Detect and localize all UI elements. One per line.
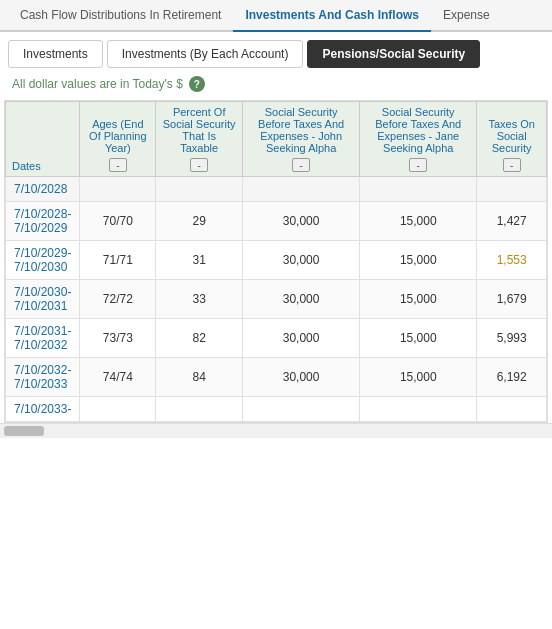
scroll-thumb[interactable]: [4, 426, 44, 436]
tab-investments-by-account[interactable]: Investments (By Each Account): [107, 40, 304, 68]
ages-collapse-btn[interactable]: -: [109, 158, 127, 172]
cell-ages: [80, 397, 156, 422]
cell-dates: 7/10/2030- 7/10/2031: [6, 280, 80, 319]
cell-percent: 31: [156, 241, 243, 280]
table-header-row: Dates Ages (End Of Planning Year) - ▼ Pe…: [6, 102, 547, 177]
col-header-ss-john: Social Security Before Taxes And Expense…: [243, 102, 360, 177]
cell-ages: 70/70: [80, 202, 156, 241]
cell-dates: 7/10/2028- 7/10/2029: [6, 202, 80, 241]
cell-ss-jane: 15,000: [360, 358, 477, 397]
tab-pensions[interactable]: Pensions/Social Security: [307, 40, 480, 68]
tab-expenses[interactable]: Expense: [431, 0, 502, 30]
cell-dates: 7/10/2029- 7/10/2030: [6, 241, 80, 280]
cell-dates: 7/10/2031- 7/10/2032: [6, 319, 80, 358]
cell-ages: 72/72: [80, 280, 156, 319]
cell-ss-john: [243, 177, 360, 202]
cell-ss-jane: 15,000: [360, 280, 477, 319]
tab-investments[interactable]: Investments And Cash Inflows: [233, 0, 431, 32]
cell-percent: [156, 177, 243, 202]
col-header-ss-jane: Social Security Before Taxes And Expense…: [360, 102, 477, 177]
ss-jane-collapse-btn[interactable]: -: [409, 158, 427, 172]
cell-taxes: 6,192: [477, 358, 547, 397]
col-header-ages: Ages (End Of Planning Year) -: [80, 102, 156, 177]
help-icon[interactable]: ?: [189, 76, 205, 92]
cell-ss-john: 30,000: [243, 241, 360, 280]
cell-percent: [156, 397, 243, 422]
cell-ss-john: 30,000: [243, 319, 360, 358]
cell-ss-jane: 15,000: [360, 202, 477, 241]
data-table: Dates Ages (End Of Planning Year) - ▼ Pe…: [5, 101, 547, 422]
cell-dates: 7/10/2033-: [6, 397, 80, 422]
cell-ages: [80, 177, 156, 202]
cell-percent: 84: [156, 358, 243, 397]
data-table-container: Dates Ages (End Of Planning Year) - ▼ Pe…: [4, 100, 548, 423]
cell-taxes: [477, 177, 547, 202]
ss-john-collapse-btn[interactable]: -: [292, 158, 310, 172]
table-row: 7/10/2029- 7/10/203071/713130,00015,0001…: [6, 241, 547, 280]
cell-ss-john: 30,000: [243, 202, 360, 241]
cell-percent: 33: [156, 280, 243, 319]
horizontal-scrollbar[interactable]: [0, 423, 552, 438]
cell-ss-john: 30,000: [243, 280, 360, 319]
info-bar: All dollar values are in Today's $ ?: [0, 68, 552, 100]
table-row: 7/10/2033-: [6, 397, 547, 422]
cell-ages: 71/71: [80, 241, 156, 280]
percent-collapse-btn[interactable]: -: [190, 158, 208, 172]
table-row: 7/10/2028: [6, 177, 547, 202]
table-row: 7/10/2030- 7/10/203172/723330,00015,0001…: [6, 280, 547, 319]
cell-dates: 7/10/2032- 7/10/2033: [6, 358, 80, 397]
cell-taxes: 1,553: [477, 241, 547, 280]
second-tab-bar: Investments Investments (By Each Account…: [0, 32, 552, 68]
cell-ages: 74/74: [80, 358, 156, 397]
cell-percent: 29: [156, 202, 243, 241]
col-header-taxes: Taxes On Social Security -: [477, 102, 547, 177]
cell-ss-john: [243, 397, 360, 422]
cell-percent: 82: [156, 319, 243, 358]
cell-taxes: 1,679: [477, 280, 547, 319]
cell-taxes: 1,427: [477, 202, 547, 241]
table-body: 7/10/20287/10/2028- 7/10/202970/702930,0…: [6, 177, 547, 422]
cell-ss-john: 30,000: [243, 358, 360, 397]
cell-taxes: [477, 397, 547, 422]
cell-ages: 73/73: [80, 319, 156, 358]
table-row: 7/10/2028- 7/10/202970/702930,00015,0001…: [6, 202, 547, 241]
top-tab-bar: Cash Flow Distributions In Retirement In…: [0, 0, 552, 32]
cell-ss-jane: [360, 177, 477, 202]
taxes-collapse-btn[interactable]: -: [503, 158, 521, 172]
table-row: 7/10/2031- 7/10/203273/738230,00015,0005…: [6, 319, 547, 358]
col-header-percent: ▼ Percent Of Social Security That Is Tax…: [156, 102, 243, 177]
cell-ss-jane: [360, 397, 477, 422]
cell-ss-jane: 15,000: [360, 241, 477, 280]
tab-cash-flow[interactable]: Cash Flow Distributions In Retirement: [8, 0, 233, 30]
col-header-dates: Dates: [6, 102, 80, 177]
info-text: All dollar values are in Today's $: [12, 77, 183, 91]
cell-dates: 7/10/2028: [6, 177, 80, 202]
cell-taxes: 5,993: [477, 319, 547, 358]
cell-ss-jane: 15,000: [360, 319, 477, 358]
tab-investments-basic[interactable]: Investments: [8, 40, 103, 68]
table-row: 7/10/2032- 7/10/203374/748430,00015,0006…: [6, 358, 547, 397]
